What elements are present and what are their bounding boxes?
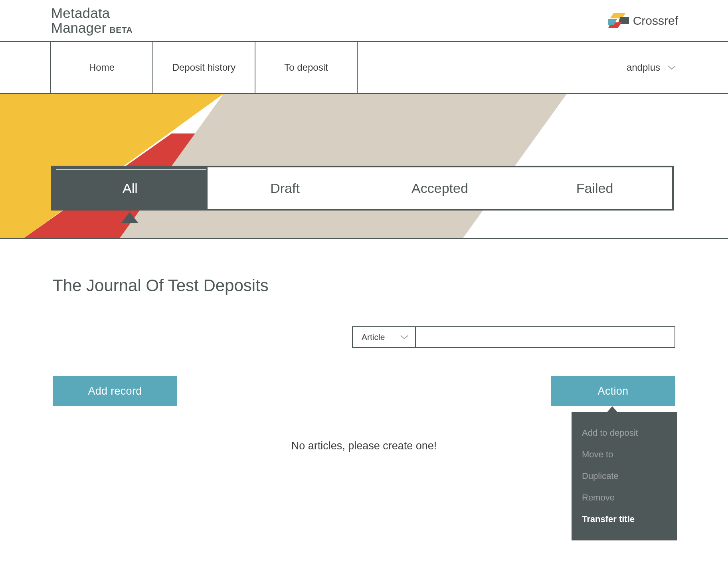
user-menu[interactable]: andplus xyxy=(627,42,728,93)
menu-item-label: Duplicate xyxy=(582,471,619,481)
action-menu: Add to deposit Move to Duplicate Remove … xyxy=(572,412,677,540)
nav-tab-deposit-history[interactable]: Deposit history xyxy=(153,42,255,93)
chevron-down-icon xyxy=(667,65,676,70)
nav-tab-label: Deposit history xyxy=(172,62,236,73)
nav-tab-label: Home xyxy=(89,62,115,73)
action-menu-pointer-icon xyxy=(607,406,618,413)
action-item-duplicate[interactable]: Duplicate xyxy=(572,465,677,487)
nav-spacer xyxy=(0,42,51,93)
nav-tab-label: To deposit xyxy=(284,62,328,73)
chevron-down-icon xyxy=(400,335,409,340)
tab-label: Draft xyxy=(270,181,300,196)
crossref-logo: Crossref xyxy=(608,10,678,31)
app-title-line2: Manager xyxy=(51,20,106,36)
app-title: Metadata Manager BETA xyxy=(51,6,133,36)
action-item-add-to-deposit[interactable]: Add to deposit xyxy=(572,422,677,444)
button-label: Add record xyxy=(88,385,142,397)
active-tab-pointer-icon xyxy=(121,212,138,223)
record-type-selected: Article xyxy=(362,332,385,342)
user-name: andplus xyxy=(627,62,660,73)
tab-accepted[interactable]: Accepted xyxy=(362,167,517,209)
filter-row: Article xyxy=(53,326,675,348)
tab-label: Failed xyxy=(576,181,613,196)
search-input[interactable] xyxy=(416,326,675,348)
journal-title: The Journal Of Test Deposits xyxy=(53,276,675,295)
status-tabs: All Draft Accepted Failed xyxy=(51,166,674,211)
tab-failed[interactable]: Failed xyxy=(517,167,672,209)
add-record-button[interactable]: Add record xyxy=(53,376,177,406)
action-item-transfer-title[interactable]: Transfer title xyxy=(572,508,677,530)
button-label: Action xyxy=(598,385,629,397)
hero-banner: All Draft Accepted Failed xyxy=(0,94,728,239)
menu-item-label: Transfer title xyxy=(582,514,635,524)
tab-label: Accepted xyxy=(411,181,468,196)
nav-tab-to-deposit[interactable]: To deposit xyxy=(255,42,358,93)
main-nav: Home Deposit history To deposit andplus xyxy=(0,42,728,94)
app-title-line1: Metadata xyxy=(51,6,133,21)
tab-all[interactable]: All xyxy=(53,167,208,209)
crossref-wordmark: Crossref xyxy=(633,14,678,28)
crossref-mark-icon xyxy=(608,10,629,31)
action-item-move-to[interactable]: Move to xyxy=(572,444,677,465)
record-type-select[interactable]: Article xyxy=(352,326,416,348)
menu-item-label: Remove xyxy=(582,493,615,502)
tab-draft[interactable]: Draft xyxy=(208,167,362,209)
beta-badge: BETA xyxy=(110,25,133,34)
action-item-remove[interactable]: Remove xyxy=(572,487,677,508)
nav-tab-home[interactable]: Home xyxy=(51,42,153,93)
menu-item-label: Add to deposit xyxy=(582,428,638,438)
tab-label: All xyxy=(123,181,138,196)
action-button[interactable]: Action xyxy=(551,376,675,406)
menu-item-label: Move to xyxy=(582,449,613,459)
